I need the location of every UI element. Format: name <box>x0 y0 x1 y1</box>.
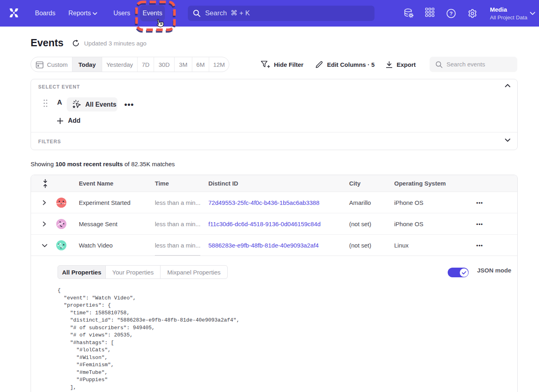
svg-text:?: ? <box>450 10 453 17</box>
